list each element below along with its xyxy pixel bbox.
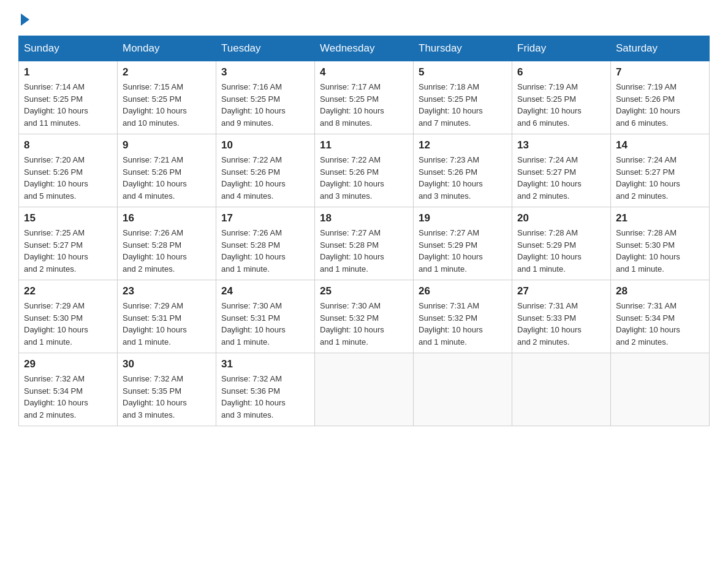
day-info: Sunrise: 7:29 AMSunset: 5:31 PMDaylight:… <box>123 300 211 348</box>
day-number: 8 <box>24 139 112 151</box>
day-number: 18 <box>320 212 408 224</box>
calendar-week-row: 8 Sunrise: 7:20 AMSunset: 5:26 PMDayligh… <box>19 134 710 207</box>
day-info: Sunrise: 7:23 AMSunset: 5:26 PMDaylight:… <box>419 154 507 202</box>
day-number: 22 <box>24 285 112 297</box>
calendar-cell: 11 Sunrise: 7:22 AMSunset: 5:26 PMDaylig… <box>315 134 414 207</box>
calendar-cell: 22 Sunrise: 7:29 AMSunset: 5:30 PMDaylig… <box>19 280 118 353</box>
day-info: Sunrise: 7:17 AMSunset: 5:25 PMDaylight:… <box>320 81 408 129</box>
day-info: Sunrise: 7:31 AMSunset: 5:33 PMDaylight:… <box>517 300 605 348</box>
day-info: Sunrise: 7:21 AMSunset: 5:26 PMDaylight:… <box>123 154 211 202</box>
calendar-cell: 24 Sunrise: 7:30 AMSunset: 5:31 PMDaylig… <box>216 280 315 353</box>
day-info: Sunrise: 7:19 AMSunset: 5:25 PMDaylight:… <box>517 81 605 129</box>
day-info: Sunrise: 7:22 AMSunset: 5:26 PMDaylight:… <box>320 154 408 202</box>
calendar-cell: 25 Sunrise: 7:30 AMSunset: 5:32 PMDaylig… <box>315 280 414 353</box>
day-number: 9 <box>123 139 211 151</box>
day-number: 17 <box>221 212 309 224</box>
calendar-cell: 9 Sunrise: 7:21 AMSunset: 5:26 PMDayligh… <box>118 134 216 207</box>
day-info: Sunrise: 7:28 AMSunset: 5:30 PMDaylight:… <box>616 227 704 275</box>
calendar-cell: 19 Sunrise: 7:27 AMSunset: 5:29 PMDaylig… <box>414 207 512 280</box>
calendar-table: SundayMondayTuesdayWednesdayThursdayFrid… <box>18 36 710 426</box>
day-number: 14 <box>616 139 704 151</box>
day-info: Sunrise: 7:27 AMSunset: 5:29 PMDaylight:… <box>419 227 507 275</box>
day-info: Sunrise: 7:26 AMSunset: 5:28 PMDaylight:… <box>221 227 309 275</box>
calendar-cell <box>512 353 611 426</box>
calendar-cell: 3 Sunrise: 7:16 AMSunset: 5:25 PMDayligh… <box>216 61 315 134</box>
day-number: 4 <box>320 66 408 79</box>
day-info: Sunrise: 7:15 AMSunset: 5:25 PMDaylight:… <box>123 81 211 129</box>
day-number: 26 <box>419 285 507 297</box>
day-number: 19 <box>419 212 507 224</box>
calendar-cell: 15 Sunrise: 7:25 AMSunset: 5:27 PMDaylig… <box>19 207 118 280</box>
calendar-cell: 27 Sunrise: 7:31 AMSunset: 5:33 PMDaylig… <box>512 280 611 353</box>
calendar-cell: 30 Sunrise: 7:32 AMSunset: 5:35 PMDaylig… <box>118 353 216 426</box>
day-number: 25 <box>320 285 408 297</box>
calendar-cell: 10 Sunrise: 7:22 AMSunset: 5:26 PMDaylig… <box>216 134 315 207</box>
calendar-cell: 2 Sunrise: 7:15 AMSunset: 5:25 PMDayligh… <box>118 61 216 134</box>
calendar-cell: 13 Sunrise: 7:24 AMSunset: 5:27 PMDaylig… <box>512 134 611 207</box>
day-number: 10 <box>221 139 309 151</box>
day-number: 11 <box>320 139 408 151</box>
day-info: Sunrise: 7:22 AMSunset: 5:26 PMDaylight:… <box>221 154 309 202</box>
day-info: Sunrise: 7:32 AMSunset: 5:35 PMDaylight:… <box>123 373 211 421</box>
calendar-cell <box>611 353 710 426</box>
logo-arrow-icon <box>21 13 29 26</box>
calendar-header-monday: Monday <box>118 36 216 61</box>
calendar-cell <box>414 353 512 426</box>
day-number: 27 <box>517 285 605 297</box>
day-info: Sunrise: 7:27 AMSunset: 5:28 PMDaylight:… <box>320 227 408 275</box>
logo <box>18 12 29 23</box>
day-number: 28 <box>616 285 704 297</box>
day-number: 13 <box>517 139 605 151</box>
calendar-week-row: 15 Sunrise: 7:25 AMSunset: 5:27 PMDaylig… <box>19 207 710 280</box>
day-info: Sunrise: 7:16 AMSunset: 5:25 PMDaylight:… <box>221 81 309 129</box>
day-info: Sunrise: 7:32 AMSunset: 5:36 PMDaylight:… <box>221 373 309 421</box>
calendar-cell: 4 Sunrise: 7:17 AMSunset: 5:25 PMDayligh… <box>315 61 414 134</box>
calendar-header-friday: Friday <box>512 36 611 61</box>
calendar-cell: 23 Sunrise: 7:29 AMSunset: 5:31 PMDaylig… <box>118 280 216 353</box>
calendar-cell <box>315 353 414 426</box>
calendar-header-row: SundayMondayTuesdayWednesdayThursdayFrid… <box>19 36 710 61</box>
calendar-cell: 8 Sunrise: 7:20 AMSunset: 5:26 PMDayligh… <box>19 134 118 207</box>
day-number: 3 <box>221 66 309 79</box>
calendar-cell: 12 Sunrise: 7:23 AMSunset: 5:26 PMDaylig… <box>414 134 512 207</box>
calendar-header-saturday: Saturday <box>611 36 710 61</box>
calendar-cell: 5 Sunrise: 7:18 AMSunset: 5:25 PMDayligh… <box>414 61 512 134</box>
day-number: 6 <box>517 66 605 79</box>
day-number: 15 <box>24 212 112 224</box>
calendar-week-row: 22 Sunrise: 7:29 AMSunset: 5:30 PMDaylig… <box>19 280 710 353</box>
calendar-cell: 21 Sunrise: 7:28 AMSunset: 5:30 PMDaylig… <box>611 207 710 280</box>
calendar-header-thursday: Thursday <box>414 36 512 61</box>
day-info: Sunrise: 7:28 AMSunset: 5:29 PMDaylight:… <box>517 227 605 275</box>
day-info: Sunrise: 7:19 AMSunset: 5:26 PMDaylight:… <box>616 81 704 129</box>
calendar-header-sunday: Sunday <box>19 36 118 61</box>
day-info: Sunrise: 7:32 AMSunset: 5:34 PMDaylight:… <box>24 373 112 421</box>
day-number: 20 <box>517 212 605 224</box>
day-number: 29 <box>24 358 112 370</box>
calendar-cell: 26 Sunrise: 7:31 AMSunset: 5:32 PMDaylig… <box>414 280 512 353</box>
day-info: Sunrise: 7:25 AMSunset: 5:27 PMDaylight:… <box>24 227 112 275</box>
day-info: Sunrise: 7:30 AMSunset: 5:31 PMDaylight:… <box>221 300 309 348</box>
day-info: Sunrise: 7:18 AMSunset: 5:25 PMDaylight:… <box>419 81 507 129</box>
day-number: 30 <box>123 358 211 370</box>
day-number: 7 <box>616 66 704 79</box>
day-number: 23 <box>123 285 211 297</box>
calendar-cell: 6 Sunrise: 7:19 AMSunset: 5:25 PMDayligh… <box>512 61 611 134</box>
calendar-cell: 31 Sunrise: 7:32 AMSunset: 5:36 PMDaylig… <box>216 353 315 426</box>
day-info: Sunrise: 7:29 AMSunset: 5:30 PMDaylight:… <box>24 300 112 348</box>
calendar-cell: 28 Sunrise: 7:31 AMSunset: 5:34 PMDaylig… <box>611 280 710 353</box>
calendar-header-wednesday: Wednesday <box>315 36 414 61</box>
day-info: Sunrise: 7:26 AMSunset: 5:28 PMDaylight:… <box>123 227 211 275</box>
day-info: Sunrise: 7:24 AMSunset: 5:27 PMDaylight:… <box>616 154 704 202</box>
day-number: 1 <box>24 66 112 79</box>
calendar-cell: 29 Sunrise: 7:32 AMSunset: 5:34 PMDaylig… <box>19 353 118 426</box>
day-number: 21 <box>616 212 704 224</box>
day-info: Sunrise: 7:31 AMSunset: 5:34 PMDaylight:… <box>616 300 704 348</box>
day-number: 24 <box>221 285 309 297</box>
calendar-cell: 18 Sunrise: 7:27 AMSunset: 5:28 PMDaylig… <box>315 207 414 280</box>
day-info: Sunrise: 7:31 AMSunset: 5:32 PMDaylight:… <box>419 300 507 348</box>
calendar-cell: 16 Sunrise: 7:26 AMSunset: 5:28 PMDaylig… <box>118 207 216 280</box>
calendar-header-tuesday: Tuesday <box>216 36 315 61</box>
calendar-cell: 7 Sunrise: 7:19 AMSunset: 5:26 PMDayligh… <box>611 61 710 134</box>
day-number: 31 <box>221 358 309 370</box>
day-info: Sunrise: 7:20 AMSunset: 5:26 PMDaylight:… <box>24 154 112 202</box>
